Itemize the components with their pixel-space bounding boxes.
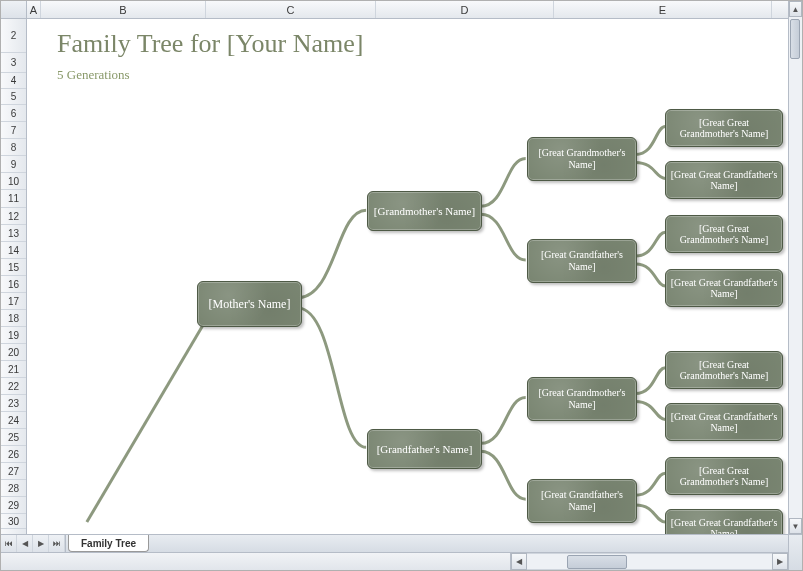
row-header-7[interactable]: 7 <box>1 122 26 139</box>
row-header-23[interactable]: 23 <box>1 395 26 412</box>
tree-node-great-grandmother-2[interactable]: [Great Grandmother's Name] <box>527 377 637 421</box>
vscroll-down-button[interactable]: ▼ <box>789 518 802 534</box>
row-header-8[interactable]: 8 <box>1 139 26 156</box>
vscroll-track[interactable] <box>789 17 802 518</box>
tree-node-great-grandmother-1[interactable]: [Great Grandmother's Name] <box>527 137 637 181</box>
tree-node-gg-grandfather-2[interactable]: [Great Great Grandfather's Name] <box>665 269 783 307</box>
row-header-30[interactable]: 30 <box>1 514 26 529</box>
tree-node-mother[interactable]: [Mother's Name] <box>197 281 302 327</box>
sheet-tab-family-tree[interactable]: Family Tree <box>68 535 149 552</box>
row-header-12[interactable]: 12 <box>1 208 26 225</box>
tree-node-great-grandfather-2[interactable]: [Great Grandfather's Name] <box>527 479 637 523</box>
tree-node-gg-grandfather-3[interactable]: [Great Great Grandfather's Name] <box>665 403 783 441</box>
tree-node-great-grandfather-1[interactable]: [Great Grandfather's Name] <box>527 239 637 283</box>
vertical-scrollbar[interactable]: ▲ ▼ <box>788 1 802 570</box>
vscroll-up-button[interactable]: ▲ <box>789 1 802 17</box>
sheet-tab-bar: ⏮ ◀ ▶ ⏭ Family Tree <box>1 534 788 552</box>
column-header-e[interactable]: E <box>554 1 772 18</box>
row-header-21[interactable]: 21 <box>1 361 26 378</box>
select-all-corner[interactable] <box>1 1 27 18</box>
page-subtitle: 5 Generations <box>57 67 130 83</box>
vscroll-thumb[interactable] <box>790 19 800 59</box>
row-header-15[interactable]: 15 <box>1 259 26 276</box>
sheet-nav-next[interactable]: ▶ <box>33 535 49 552</box>
row-header-3[interactable]: 3 <box>1 53 26 73</box>
tree-node-grandmother[interactable]: [Grandmother's Name] <box>367 191 482 231</box>
row-header-13[interactable]: 13 <box>1 225 26 242</box>
horizontal-scrollbar[interactable]: ◀ ▶ <box>1 552 788 570</box>
row-header-27[interactable]: 27 <box>1 463 26 480</box>
hscroll-track[interactable] <box>527 553 772 570</box>
sheet-nav-last[interactable]: ⏭ <box>49 535 65 552</box>
row-header-14[interactable]: 14 <box>1 242 26 259</box>
tree-node-gg-grandfather-1[interactable]: [Great Great Grandfather's Name] <box>665 161 783 199</box>
worksheet-area[interactable]: Family Tree for [Your Name] 5 Generation… <box>27 19 788 534</box>
row-header-10[interactable]: 10 <box>1 173 26 190</box>
row-header-25[interactable]: 25 <box>1 429 26 446</box>
tree-node-gg-grandmother-3[interactable]: [Great Great Grandmother's Name] <box>665 351 783 389</box>
row-header-22[interactable]: 22 <box>1 378 26 395</box>
sheet-nav-group: ⏮ ◀ ▶ ⏭ <box>1 535 66 552</box>
row-header-16[interactable]: 16 <box>1 276 26 293</box>
hscroll-right-button[interactable]: ▶ <box>772 553 788 570</box>
tree-node-gg-grandmother-1[interactable]: [Great Great Grandmother's Name] <box>665 109 783 147</box>
hscroll-thumb[interactable] <box>567 555 627 569</box>
row-header-17[interactable]: 17 <box>1 293 26 310</box>
row-header-26[interactable]: 26 <box>1 446 26 463</box>
tree-node-gg-grandmother-2[interactable]: [Great Great Grandmother's Name] <box>665 215 783 253</box>
column-header-row: A B C D E <box>1 1 788 19</box>
row-header-9[interactable]: 9 <box>1 156 26 173</box>
row-header-29[interactable]: 29 <box>1 497 26 514</box>
row-header-5[interactable]: 5 <box>1 89 26 105</box>
hscroll-left-button[interactable]: ◀ <box>511 553 527 570</box>
page-title: Family Tree for [Your Name] <box>57 29 363 59</box>
column-header-d[interactable]: D <box>376 1 554 18</box>
row-header-6[interactable]: 6 <box>1 105 26 122</box>
row-header-28[interactable]: 28 <box>1 480 26 497</box>
row-header-19[interactable]: 19 <box>1 327 26 344</box>
row-header-2[interactable]: 2 <box>1 19 26 53</box>
scrollbar-corner <box>789 534 802 570</box>
column-header-a[interactable]: A <box>27 1 41 18</box>
tree-node-grandfather[interactable]: [Grandfather's Name] <box>367 429 482 469</box>
row-header-18[interactable]: 18 <box>1 310 26 327</box>
sheet-nav-prev[interactable]: ◀ <box>17 535 33 552</box>
row-header-4[interactable]: 4 <box>1 73 26 89</box>
column-header-b[interactable]: B <box>41 1 206 18</box>
row-header-24[interactable]: 24 <box>1 412 26 429</box>
tree-node-gg-grandfather-4[interactable]: [Great Great Grandfather's Name] <box>665 509 783 534</box>
sheet-nav-first[interactable]: ⏮ <box>1 535 17 552</box>
row-header-column: 2 3 4 5 6 7 8 9 10 11 12 13 14 15 16 17 … <box>1 19 27 534</box>
column-header-c[interactable]: C <box>206 1 376 18</box>
tree-node-gg-grandmother-4[interactable]: [Great Great Grandmother's Name] <box>665 457 783 495</box>
hscroll-spacer <box>1 553 511 570</box>
row-header-20[interactable]: 20 <box>1 344 26 361</box>
row-header-11[interactable]: 11 <box>1 190 26 208</box>
